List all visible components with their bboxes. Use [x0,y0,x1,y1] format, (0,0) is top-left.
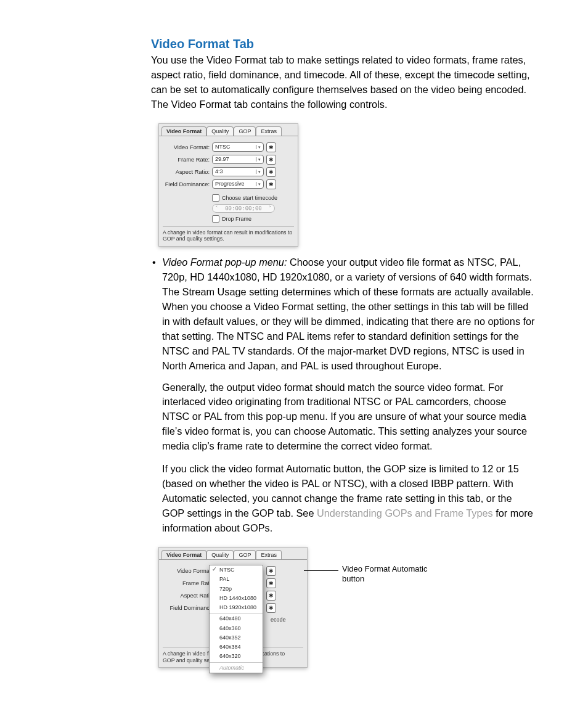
video-format-popup-figure: Video Format Quality GOP Extras Video Fo… [158,547,536,668]
frame-rate-automatic-button[interactable]: ✱ [266,155,276,165]
popup-item-640x480[interactable]: 640x480 [210,614,263,623]
gops-frame-types-link[interactable]: Understanding GOPs and Frame Types [317,507,493,519]
gear-icon: ✱ [269,169,274,175]
aspect-ratio-select[interactable]: 4:3▾ [212,167,264,176]
gear-icon: ✱ [269,605,274,611]
bullet-video-format-menu: • Video Format pop-up menu: Choose your … [151,255,536,374]
popup-item-720p[interactable]: 720p [210,585,263,594]
aspect-ratio-value: 4:3 [215,168,223,176]
panel-note: A change in video format can result in m… [163,226,294,242]
bullet-body: Choose your output video file format as … [162,257,535,371]
tab-video-format[interactable]: Video Format [161,126,206,136]
tab-video-format[interactable]: Video Format [161,550,206,559]
tab-quality[interactable]: Quality [206,126,234,136]
intro-paragraph: You use the Video Format tab to make set… [151,53,536,112]
tab-gop[interactable]: GOP [234,126,256,136]
panel-tabs-2: Video Format Quality GOP Extras [159,548,307,559]
popup-item-640x360[interactable]: 640x360 [210,624,263,633]
popup-item-ntsc[interactable]: NTSC [210,565,263,575]
gear-icon: ✱ [269,157,274,163]
drop-frame-label: Drop Frame [222,216,251,222]
popup-item-hd1440[interactable]: HD 1440x1080 [210,594,263,603]
field-dominance-label: Field Dominanc [163,605,210,611]
frame-rate-select[interactable]: 29.97▾ [212,155,264,164]
select-arrow-icon: ▾ [256,182,261,186]
aspect-ratio-label: Aspect Ratio: [163,169,210,175]
field-dominance-automatic-button[interactable]: ✱ [266,603,276,613]
tab-extras[interactable]: Extras [256,550,282,559]
timecode-fragment: ecode [271,617,303,623]
start-timecode-checkbox[interactable] [212,194,219,202]
video-format-value: NTSC [215,143,231,151]
timecode-field[interactable]: ˂ 00:00:00;00 ˃ [212,204,275,213]
popup-item-640x352[interactable]: 640x352 [210,633,263,642]
video-format-select[interactable]: NTSC▾ [212,142,264,152]
field-dominance-value: Progressive [215,180,245,188]
gear-icon: ✱ [269,181,274,187]
frame-rate-label: Frame Rate: [163,157,210,163]
tab-quality[interactable]: Quality [206,550,234,559]
tab-extras[interactable]: Extras [256,126,282,136]
video-format-automatic-button[interactable]: ✱ [266,566,276,576]
select-arrow-icon: ▾ [256,157,261,162]
start-timecode-label: Choose start timecode [222,195,277,201]
gear-icon: ✱ [269,580,274,586]
panel-tabs: Video Format Quality GOP Extras [159,124,298,136]
section-heading: Video Format Tab [151,37,536,51]
aspect-ratio-automatic-button[interactable]: ✱ [266,167,276,177]
frame-rate-automatic-button[interactable]: ✱ [266,578,276,588]
video-format-popup-menu[interactable]: NTSC PAL 720p HD 1440x1080 HD 1920x1080 … [209,565,263,673]
popup-item-automatic[interactable]: Automatic [210,663,263,673]
paragraph-2: Generally, the output video format shoul… [162,380,536,454]
timecode-decrement-icon[interactable]: ˂ [215,205,218,211]
callout-text: Video Format Automatic button [342,564,450,585]
popup-item-hd1920[interactable]: HD 1920x1080 [210,603,263,612]
popup-item-pal[interactable]: PAL [210,575,263,584]
bullet-dot-icon: • [152,255,156,270]
gear-icon: ✱ [269,568,274,574]
timecode-value: 00:00:00;00 [225,205,262,211]
gear-icon: ✱ [269,144,274,150]
bullet-term: Video Format pop-up menu: [162,257,290,268]
popup-item-640x384[interactable]: 640x384 [210,642,263,652]
select-arrow-icon: ▾ [256,170,261,174]
drop-frame-checkbox[interactable] [212,215,219,223]
frame-rate-label: Frame Rat [163,580,210,586]
paragraph-3: If you click the video format Automatic … [162,462,536,536]
field-dominance-automatic-button[interactable]: ✱ [266,179,276,189]
timecode-increment-icon[interactable]: ˃ [269,205,272,211]
gear-icon: ✱ [269,593,274,599]
field-dominance-select[interactable]: Progressive▾ [212,179,264,189]
video-format-label: Video Format: [163,144,210,150]
aspect-ratio-automatic-button[interactable]: ✱ [266,591,276,601]
select-arrow-icon: ▾ [256,145,261,149]
field-dominance-label: Field Dominance: [163,181,210,187]
tab-gop[interactable]: GOP [234,550,256,559]
video-format-panel-figure: Video Format Quality GOP Extras Video Fo… [158,123,536,247]
video-format-label: Video Forma [163,568,210,574]
frame-rate-value: 29.97 [215,155,229,163]
popup-item-640x320[interactable]: 640x320 [210,652,263,661]
video-format-automatic-button[interactable]: ✱ [266,142,276,152]
aspect-ratio-label: Aspect Rati [163,593,210,599]
callout-line [304,570,338,571]
